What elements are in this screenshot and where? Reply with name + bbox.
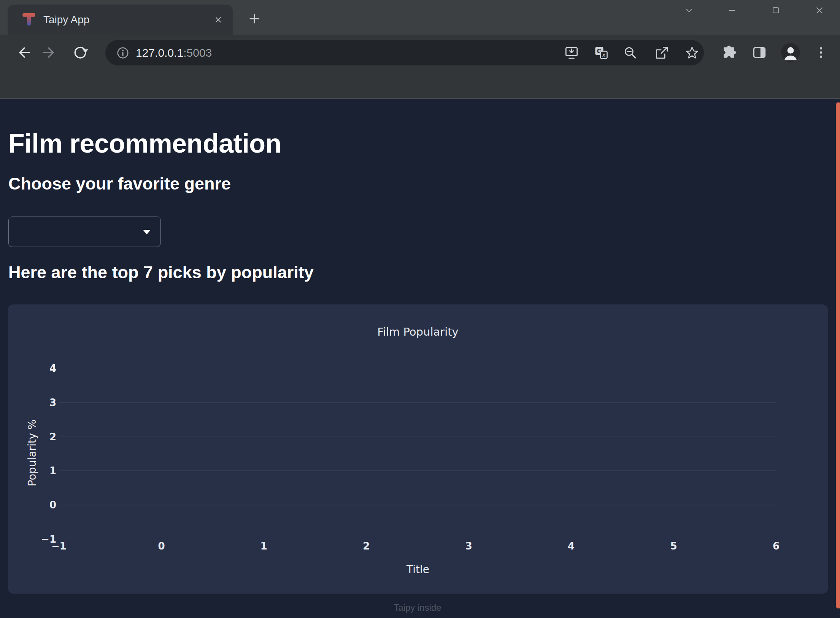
window-maximize-icon[interactable] (770, 5, 781, 16)
x-tick-label: 0 (144, 540, 178, 552)
profile-avatar-icon[interactable] (780, 42, 801, 63)
x-tick-label: 3 (452, 540, 486, 552)
back-icon[interactable] (14, 43, 33, 62)
x-tick-label: 4 (554, 540, 588, 552)
svg-text:x: x (602, 52, 605, 58)
share-icon[interactable] (653, 44, 671, 62)
y-tick-label: 3 (8, 397, 56, 408)
x-tick-label: 1 (247, 540, 281, 552)
install-icon[interactable] (562, 44, 581, 62)
y-tick-label: 4 (8, 363, 56, 374)
window-minimize-icon[interactable] (726, 5, 738, 16)
plot-area: −101234−10123456 (8, 304, 828, 594)
x-tick-label: 2 (349, 540, 383, 552)
browser-toolbar: 127.0.0.1:5003 G x (0, 35, 840, 98)
x-tick-label: −1 (42, 540, 76, 552)
zoom-out-icon[interactable] (621, 44, 640, 62)
bookmark-star-icon[interactable] (683, 44, 701, 62)
y-tick-label: 2 (8, 431, 56, 443)
gridline (59, 402, 776, 403)
url-host: 127.0.0.1 (136, 46, 183, 59)
film-popularity-chart[interactable]: Film Popularity Popularity % Title −1012… (8, 304, 828, 594)
picks-heading: Here are the top 7 picks by popularity (8, 263, 314, 282)
window-chevron-down-icon[interactable] (683, 5, 695, 16)
url-port: :5003 (183, 46, 212, 59)
genre-select[interactable] (8, 217, 161, 247)
extensions-puzzle-icon[interactable] (720, 43, 738, 62)
page-content: Film recommendation Choose your favorite… (0, 99, 840, 618)
side-panel-icon[interactable] (750, 43, 769, 62)
chevron-down-icon (143, 230, 151, 234)
genre-heading: Choose your favorite genre (8, 174, 231, 194)
tab-close-icon[interactable] (213, 14, 224, 25)
site-info-icon[interactable] (114, 44, 132, 62)
y-tick-label: 0 (8, 499, 56, 511)
browser-window: Taipy App (0, 0, 840, 618)
taipy-favicon-icon (21, 11, 37, 27)
gridline (59, 470, 776, 471)
taipy-footer: Taipy inside (0, 602, 835, 613)
tab-title: Taipy App (43, 5, 89, 35)
gridline (59, 436, 776, 437)
x-tick-label: 6 (759, 540, 793, 552)
three-dot-menu-icon[interactable] (812, 43, 830, 62)
y-tick-label: 1 (8, 465, 56, 476)
url-text[interactable]: 127.0.0.1:5003 (136, 40, 212, 65)
gridline (59, 505, 776, 505)
forward-icon[interactable] (40, 43, 59, 62)
browser-tab[interactable]: Taipy App (8, 5, 233, 35)
new-tab-button[interactable] (247, 11, 262, 26)
page-title: Film recommendation (8, 129, 281, 158)
tab-strip: Taipy App (0, 0, 840, 35)
reload-icon[interactable] (71, 43, 89, 62)
page-scrollbar[interactable] (836, 102, 840, 608)
translate-icon[interactable]: G x (592, 44, 610, 62)
x-tick-label: 5 (657, 540, 691, 552)
window-close-icon[interactable] (814, 5, 825, 16)
url-bar[interactable]: 127.0.0.1:5003 G x (105, 40, 704, 65)
